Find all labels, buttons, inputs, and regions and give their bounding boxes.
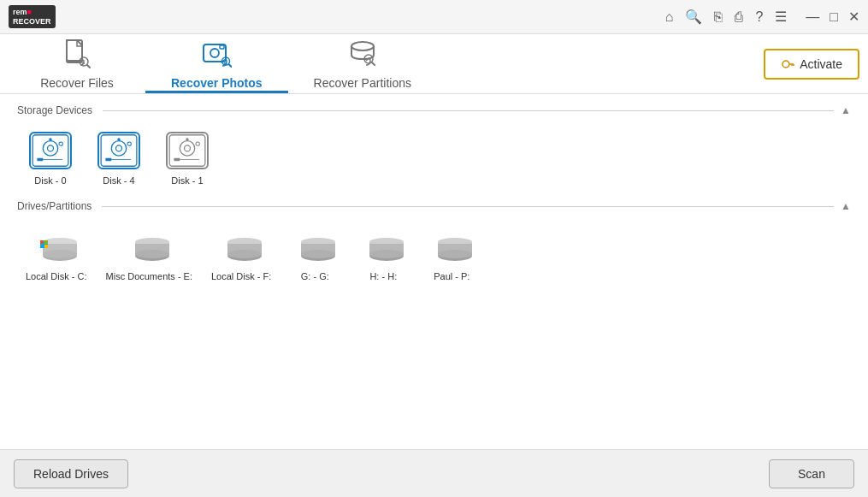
drive-local-c-label: Local Disk - C:	[26, 270, 87, 282]
disk-1-label: Disk - 1	[171, 175, 203, 186]
share-icon[interactable]: ⎘	[714, 10, 723, 24]
bookmark-icon[interactable]: ⎙	[735, 10, 743, 24]
title-bar-icons: ⌂ 🔍 ⎘ ⎙ ? ☰ — □ ✕	[665, 9, 859, 25]
drive-paul-p-item[interactable]: Paul - P:	[422, 221, 481, 287]
svg-point-29	[186, 138, 188, 140]
minimize-button[interactable]: —	[806, 9, 819, 25]
storage-devices-header: Storage Devices ▲	[17, 104, 851, 116]
footer: Reload Drives Scan	[0, 449, 868, 497]
storage-devices-list: Disk - 0 Disk - 4	[17, 125, 851, 192]
storage-devices-title: Storage Devices	[17, 104, 99, 116]
drive-paul-p-icon	[429, 226, 474, 267]
svg-rect-25	[105, 158, 111, 161]
svg-point-8	[782, 61, 789, 68]
main-content: Storage Devices ▲ Disk -	[0, 94, 868, 449]
activate-button[interactable]: Activate	[764, 49, 859, 80]
svg-point-71	[438, 250, 472, 258]
tab-recover-photos-label: Recover Photos	[171, 76, 263, 90]
menu-icon[interactable]: ☰	[775, 10, 787, 24]
tab-recover-files-label: Recover Files	[40, 76, 114, 90]
drive-h-icon	[361, 226, 405, 267]
svg-point-6	[351, 42, 374, 50]
drive-local-f-icon	[219, 226, 263, 267]
tab-recover-files[interactable]: Recover Files	[9, 34, 145, 93]
disk-1-icon	[165, 130, 210, 171]
svg-point-3	[210, 49, 219, 57]
drive-misc-e-label: Misc Documents - E:	[106, 270, 192, 282]
tab-bar: Recover Files Recover Photos	[0, 34, 868, 94]
restore-button[interactable]: □	[830, 9, 838, 25]
drive-local-c-icon	[34, 226, 79, 267]
home-icon[interactable]: ⌂	[665, 10, 674, 24]
drives-partitions-section: Drives/Partitions ▲	[17, 200, 851, 287]
drive-local-f-item[interactable]: Local Disk - F:	[206, 221, 276, 287]
svg-rect-46	[44, 245, 48, 248]
svg-point-66	[369, 250, 404, 258]
recover-files-icon	[62, 38, 92, 74]
svg-rect-18	[37, 158, 43, 161]
disk-4-item[interactable]: Disk - 4	[89, 125, 149, 192]
storage-devices-collapse[interactable]: ▲	[841, 104, 851, 116]
reload-drives-label: Reload Drives	[33, 467, 109, 481]
svg-point-51	[135, 250, 169, 258]
help-icon[interactable]: ?	[755, 10, 763, 24]
drive-local-f-label: Local Disk - F:	[211, 270, 271, 282]
tab-recover-photos[interactable]: Recover Photos	[145, 34, 288, 93]
svg-point-15	[49, 138, 51, 140]
reload-drives-button[interactable]: Reload Drives	[14, 459, 128, 488]
drive-misc-e-item[interactable]: Misc Documents - E:	[101, 221, 198, 287]
svg-rect-44	[44, 240, 48, 244]
svg-point-61	[301, 250, 335, 258]
activate-label: Activate	[800, 57, 842, 71]
recover-partitions-icon	[347, 38, 378, 74]
disk-0-label: Disk - 0	[34, 175, 66, 186]
scan-button[interactable]: Scan	[769, 459, 854, 488]
key-icon	[781, 57, 794, 71]
drives-partitions-list: Local Disk - C: Misc Documents - E:	[17, 221, 851, 287]
app-logo-area: rem■ RECOVER	[9, 5, 56, 29]
drives-partitions-title: Drives/Partitions	[17, 200, 98, 212]
app-logo: rem■ RECOVER	[9, 5, 56, 29]
title-bar: rem■ RECOVER ⌂ 🔍 ⎘ ⎙ ? ☰ — □ ✕	[0, 0, 868, 34]
scan-label: Scan	[798, 467, 825, 481]
disk-0-icon	[28, 130, 73, 171]
svg-rect-32	[174, 158, 180, 161]
disk-1-item[interactable]: Disk - 1	[157, 125, 217, 192]
svg-rect-43	[40, 240, 44, 244]
svg-rect-45	[40, 245, 44, 248]
disk-4-label: Disk - 4	[103, 175, 134, 186]
tab-recover-partitions[interactable]: Recover Partitions	[288, 34, 437, 93]
search-icon[interactable]: 🔍	[685, 10, 702, 24]
drive-paul-p-label: Paul - P:	[434, 270, 469, 282]
svg-point-56	[227, 250, 262, 258]
drives-partitions-collapse[interactable]: ▲	[841, 200, 851, 212]
svg-rect-4	[220, 45, 224, 49]
section-divider-2	[102, 206, 834, 207]
storage-devices-section: Storage Devices ▲ Disk -	[17, 104, 851, 192]
drives-partitions-header: Drives/Partitions ▲	[17, 200, 851, 212]
svg-point-37	[43, 250, 77, 258]
drive-local-c-item[interactable]: Local Disk - C:	[21, 221, 92, 287]
disk-4-icon	[97, 130, 141, 171]
drive-g-item[interactable]: G: - G:	[285, 221, 345, 287]
drive-h-item[interactable]: H: - H:	[353, 221, 413, 287]
recover-photos-icon	[201, 38, 232, 74]
window-controls: — □ ✕	[806, 9, 859, 25]
disk-0-item[interactable]: Disk - 0	[21, 125, 80, 192]
tab-recover-partitions-label: Recover Partitions	[314, 76, 411, 90]
svg-point-22	[117, 138, 120, 140]
drive-h-label: H: - H:	[369, 270, 397, 282]
close-button[interactable]: ✕	[848, 9, 859, 25]
logo-text: rem■ RECOVER	[13, 8, 51, 27]
section-divider	[103, 110, 834, 111]
drive-misc-e-icon	[127, 226, 171, 267]
drive-g-icon	[292, 226, 337, 267]
drive-g-label: G: - G:	[301, 270, 329, 282]
